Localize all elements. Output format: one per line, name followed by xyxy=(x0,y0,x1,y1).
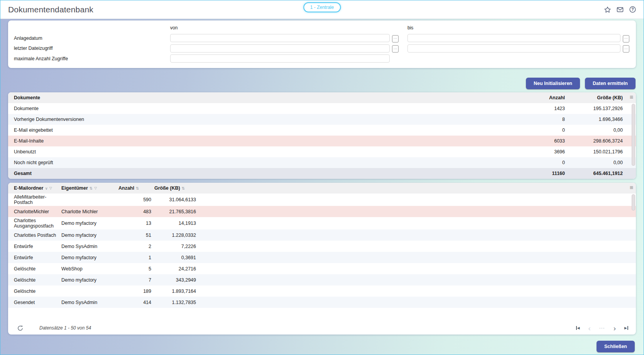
summary-scrollbar-thumb[interactable] xyxy=(632,104,635,166)
sort-icon[interactable]: ⇅ xyxy=(182,186,185,190)
column-header-emailordner[interactable]: E-Mailordner∨▽ xyxy=(14,185,58,191)
summary-col-dokumente[interactable]: Dokumente xyxy=(14,95,519,100)
filter-icon[interactable]: ▽ xyxy=(94,186,97,190)
folder-cell: Charlottes Ausgangspostfach xyxy=(14,218,58,229)
summary-row[interactable]: Vorherige Dokumentenversionen81.696,3466 xyxy=(8,114,636,125)
folders-scrollbar-thumb[interactable] xyxy=(632,194,635,211)
doc-size-cell: 298.606,3724 xyxy=(565,138,623,144)
folders-table-menu-icon[interactable]: ≡ xyxy=(630,185,633,191)
size-cell: 21.765,3816 xyxy=(154,209,196,214)
folder-row[interactable]: EntwürfeDemo SysAdmin27,2226 xyxy=(8,241,636,252)
summary-col-groesse[interactable]: Größe (KB) xyxy=(565,95,623,100)
size-cell: 7,2226 xyxy=(154,244,196,249)
reinitialize-button[interactable]: Neu Initialisieren xyxy=(526,78,580,89)
doc-category-cell: Dokumente xyxy=(14,106,519,111)
max-zugriffe-input[interactable] xyxy=(170,54,390,63)
owner-cell: Demo myfactory xyxy=(61,277,115,283)
documents-summary-table: ≡ Dokumente Anzahl Größe (KB) Dokumente1… xyxy=(8,92,636,179)
summary-row[interactable]: Dokumente1423195.137,2926 xyxy=(8,103,636,114)
folder-row[interactable]: Charlottes AusgangspostfachDemo myfactor… xyxy=(8,217,636,229)
summary-table-menu-icon[interactable]: ≡ xyxy=(630,94,633,100)
count-cell: 13 xyxy=(118,221,151,226)
summary-total-row: Gesamt 11160 645.461,1912 xyxy=(8,168,636,179)
size-cell: 1.893,7164 xyxy=(154,289,196,294)
folder-cell: Entwürfe xyxy=(14,255,58,260)
folder-row[interactable]: GelöschteWebShop524,2716 xyxy=(8,263,636,274)
summary-row[interactable]: Noch nicht geprüft00,00 xyxy=(8,157,636,168)
anlagedatum-von-input[interactable] xyxy=(170,34,390,42)
sort-icon[interactable]: ⇅ xyxy=(90,186,93,190)
next-page-button[interactable]: › xyxy=(614,324,616,332)
bottom-bar: Schließen xyxy=(0,338,644,355)
folder-cell: CharlotteMichler xyxy=(14,209,58,214)
prev-page-button[interactable]: ‹ xyxy=(588,324,590,332)
count-cell: 483 xyxy=(118,209,151,214)
count-cell: 189 xyxy=(118,289,151,294)
page-title: Dokumentendatenbank xyxy=(8,5,93,14)
close-button[interactable]: Schließen xyxy=(597,341,635,352)
dateizugriff-von-input[interactable] xyxy=(170,44,390,53)
help-icon[interactable]: ? xyxy=(629,6,636,13)
folder-row[interactable]: CharlotteMichlerCharlotte Michler48321.7… xyxy=(8,206,636,217)
owner-cell: WebShop xyxy=(61,266,115,272)
summary-scrollbar[interactable] xyxy=(632,104,635,177)
more-pages-button[interactable]: ··· xyxy=(599,326,605,330)
last-page-button[interactable]: ▶ xyxy=(624,326,628,330)
dateizugriff-bis-picker-button[interactable]: ··· xyxy=(623,45,629,53)
refresh-button[interactable] xyxy=(17,325,23,331)
column-header-anzahl[interactable]: Anzahl⇅ xyxy=(118,185,151,191)
summary-row[interactable]: Unbenutzt3696150.021,1796 xyxy=(8,146,636,157)
anlagedatum-bis-picker-button[interactable]: ··· xyxy=(623,35,629,42)
summary-col-anzahl[interactable]: Anzahl xyxy=(519,95,565,100)
favorite-star-icon[interactable] xyxy=(604,7,611,13)
doc-count-cell: 0 xyxy=(519,160,565,165)
folder-row[interactable]: Gelöschte1891.893,7164 xyxy=(8,285,636,297)
doc-count-cell: 0 xyxy=(519,127,565,133)
sort-icon[interactable]: ∨ xyxy=(45,186,47,190)
doc-count-cell: 3696 xyxy=(519,149,565,155)
total-size: 645.461,1912 xyxy=(565,171,623,176)
folder-row[interactable]: EntwürfeDemo myfactory10,3691 xyxy=(8,252,636,263)
count-cell: 5 xyxy=(118,266,151,272)
first-page-button[interactable]: ◀ xyxy=(576,326,580,330)
anlagedatum-bis-input[interactable] xyxy=(407,34,620,42)
doc-category-cell: Noch nicht geprüft xyxy=(14,160,519,165)
filter-icon[interactable]: ▽ xyxy=(49,186,52,190)
owner-cell: Demo myfactory xyxy=(61,233,115,238)
total-count: 11160 xyxy=(519,171,565,176)
doc-category-cell: Vorherige Dokumentenversionen xyxy=(14,117,519,122)
doc-size-cell: 150.021,1796 xyxy=(565,149,623,155)
folder-row[interactable]: Charlottes PostfachDemo myfactory511.228… xyxy=(8,229,636,241)
dateizugriff-bis-input[interactable] xyxy=(407,44,620,53)
folders-table-body: AlleMitarbeiter-Postfach59031.064,6133Ch… xyxy=(8,194,636,308)
filter-panel: von bis Anlagedatum ··· ··· letzter Date… xyxy=(8,20,636,68)
titlebar-icons: ? xyxy=(604,6,636,13)
owner-cell: Demo myfactory xyxy=(61,255,115,260)
owner-cell: Demo myfactory xyxy=(61,221,115,226)
folders-scrollbar[interactable] xyxy=(632,194,635,333)
folder-row[interactable]: AlleMitarbeiter-Postfach59031.064,6133 xyxy=(8,194,636,206)
tenant-badge[interactable]: 1 - Zentrale xyxy=(303,2,341,12)
column-label: Anzahl xyxy=(118,185,134,191)
determine-data-button[interactable]: Daten ermitteln xyxy=(585,78,636,89)
folder-row[interactable]: GelöschteDemo myfactory7343,2949 xyxy=(8,274,636,285)
svg-text:?: ? xyxy=(631,7,634,12)
column-label: E-Mailordner xyxy=(14,185,43,191)
folders-header-row: E-Mailordner∨▽Eigentümer⇅▽Anzahl⇅Größe (… xyxy=(8,183,636,194)
count-cell: 51 xyxy=(118,233,151,238)
app-window: Dokumentendatenbank 1 - Zentrale ? von b… xyxy=(0,0,644,355)
summary-row[interactable]: E-Mail-Inhalte6033298.606,3724 xyxy=(8,136,636,146)
column-header-eigentuemer[interactable]: Eigentümer⇅▽ xyxy=(61,185,115,191)
anlagedatum-von-picker-button[interactable]: ··· xyxy=(392,35,399,42)
summary-row[interactable]: E-Mail eingebettet00,00 xyxy=(8,125,636,136)
doc-category-cell: E-Mail eingebettet xyxy=(14,127,519,133)
max-zugriffe-label: maximale Anzahl Zugriffe xyxy=(14,56,170,61)
column-header-groesse[interactable]: Größe (KB)⇅ xyxy=(154,185,196,191)
sort-icon[interactable]: ⇅ xyxy=(136,186,139,190)
dateizugriff-von-picker-button[interactable]: ··· xyxy=(392,45,399,53)
folder-row[interactable]: GesendetDemo SysAdmin4141.132,7835 xyxy=(8,297,636,308)
folder-cell: AlleMitarbeiter-Postfach xyxy=(14,194,58,205)
main-content: von bis Anlagedatum ··· ··· letzter Date… xyxy=(0,19,644,338)
count-cell: 1 xyxy=(118,255,151,260)
mail-icon[interactable] xyxy=(617,7,624,12)
